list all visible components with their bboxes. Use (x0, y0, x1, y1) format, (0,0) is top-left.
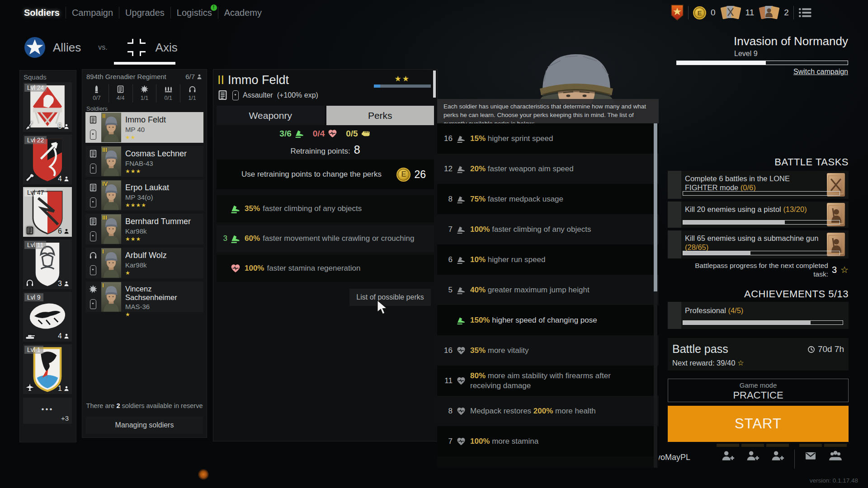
nav-logistics[interactable]: Logistics (171, 8, 218, 18)
overlay-scrollbar-thumb[interactable] (654, 123, 657, 291)
slot-grenadier[interactable]: 1/1 (132, 84, 156, 103)
headphones-icon (188, 85, 197, 94)
nav-soldiers[interactable]: Soldiers (18, 8, 66, 18)
perk-option[interactable]: 8Medpack restores 200% more health (437, 396, 659, 426)
soldier-orders-icon[interactable] (759, 5, 779, 21)
slot-rifleman[interactable]: 0/7 (85, 84, 108, 103)
soldier-row-2[interactable]: III Cosmas Lechner FNAB-43 ★★★ (85, 146, 203, 177)
soldier-stars: ★★★★ (125, 202, 169, 208)
class-slots: 0/7 4/4 1/1 0/1 1/1 (85, 84, 204, 103)
slot-radio[interactable]: 1/1 (180, 84, 204, 103)
campaign-title: Invasion of Normandy (676, 34, 848, 48)
battle-task-1[interactable]: Complete 6 battles in the LONE FIGHTER m… (668, 171, 849, 199)
nav-upgrades[interactable]: Upgrades (119, 8, 170, 18)
gold-coin-icon[interactable]: E (693, 6, 706, 19)
boot-icon (456, 285, 466, 295)
squad-tile-6[interactable]: Lvl 1 1 (23, 344, 72, 394)
add-friend-button-2[interactable] (741, 450, 765, 462)
perk-option[interactable]: 540% greater maximum jump height (437, 275, 659, 305)
squad-tile-5[interactable]: Lvl 9 4 (23, 292, 72, 342)
tab-weaponry[interactable]: Weaponry (217, 106, 325, 125)
squad-soldier-count: 6 (58, 227, 62, 235)
squad-tile-3-selected[interactable]: Lvl 47 6 (23, 187, 72, 237)
person-icon (63, 333, 70, 339)
perk-option[interactable]: 7100% more stamina (437, 426, 659, 456)
squad-tile-4[interactable]: Lvl 11 3 (23, 239, 72, 289)
squads-header: Squads (20, 70, 76, 83)
person-icon (196, 74, 203, 80)
game-mode-selector[interactable]: Game mode PRACTICE (668, 379, 849, 402)
overlay-scrollbar[interactable] (654, 123, 657, 468)
notification-badge-icon (211, 5, 217, 11)
slot-gunner[interactable]: 0/1 (156, 84, 180, 103)
battlepass-shield-icon[interactable] (671, 5, 684, 21)
battlepass-note-value: 3 (832, 265, 837, 275)
start-button[interactable]: START (668, 406, 849, 442)
soldier-row-6[interactable]: I Vincenz Sachsenheimer MAS-36 ★ (85, 282, 203, 312)
managing-soldiers-button[interactable]: Managing soldiers (86, 417, 203, 434)
battle-pass-time: 70d 7h (807, 344, 844, 354)
rank-badge-icon (90, 265, 96, 275)
list-of-possible-perks-button[interactable]: List of possible perks (349, 289, 431, 306)
heart-icon (456, 406, 466, 416)
person-icon (63, 385, 70, 392)
battle-pass-panel[interactable]: Battle pass 70d 7h Next reward: 39/40 ☆ (668, 338, 849, 371)
perk-tooltip: Each soldier has unique characteristics … (437, 99, 659, 123)
exp-progress-bar (374, 84, 431, 88)
faction-allies-label[interactable]: Allies (53, 41, 81, 55)
rank-badge-icon (90, 130, 96, 140)
tab-perks[interactable]: Perks (326, 106, 434, 125)
faction-axis-label[interactable]: Axis (156, 41, 178, 55)
battle-task-3[interactable]: Kill 65 enemies using a submachine gun (… (668, 230, 849, 258)
bullets-icon (164, 85, 173, 94)
more-squads-tile[interactable]: ••• +3 (23, 398, 72, 424)
perk-option[interactable]: 7100% faster climbing of any objects (437, 214, 659, 244)
soldier-row-5[interactable]: I Arbulf Wolz Kar98k ★ (85, 248, 203, 278)
blast-icon (140, 85, 149, 94)
mobility-points: 3/6 (279, 129, 291, 139)
soldier-row-3[interactable]: IV Erpo Laukat MP 34(o) ★★★★ (85, 180, 203, 211)
perk-option[interactable]: 610% higher run speed (437, 244, 659, 275)
perk-option[interactable]: 875% faster medpack usage (437, 184, 659, 214)
social-group-button[interactable] (823, 450, 848, 462)
clipboard-icon (89, 217, 98, 226)
person-icon (63, 176, 70, 182)
achievement-strip (668, 302, 681, 329)
soldier-row-4[interactable]: III Bernhard Tummer Kar98k ★★★ (85, 214, 203, 244)
weapon-orders-icon[interactable] (720, 5, 741, 21)
nav-campaign[interactable]: Campaign (66, 8, 119, 18)
detail-scrollbar-thumb[interactable] (433, 70, 436, 98)
top-nav: Soldiers Campaign Upgrades Logistics Aca… (18, 5, 268, 20)
perk-option[interactable]: 1220% faster weapon aim speed (437, 154, 659, 184)
current-perk-row[interactable]: 100% faster stamina regeneration (217, 255, 434, 282)
switch-campaign-link[interactable]: Switch campaign (793, 68, 848, 76)
perk-option[interactable]: 1635% more vitality (437, 335, 659, 366)
nav-academy[interactable]: Academy (218, 8, 268, 18)
add-friend-button-1[interactable] (716, 450, 740, 462)
retrain-button[interactable]: Use retraining points to change the perk… (217, 160, 434, 189)
menu-list-icon[interactable] (798, 7, 812, 18)
messages-button[interactable] (798, 450, 823, 462)
person-icon (63, 228, 70, 235)
battle-task-2[interactable]: Kill 20 enemies using a pistol (13/20) (668, 202, 849, 228)
squad-level: Lvl 9 (24, 293, 43, 301)
slot-assaulter[interactable]: 4/4 (108, 84, 132, 103)
axis-cross-icon[interactable] (125, 36, 148, 59)
current-perk-row[interactable]: 35% faster climbing of any objects (217, 195, 434, 222)
soldier-detail-panel: IIImmo Feldt ★★ Assaulter (+100% exp) We… (213, 69, 438, 441)
soldier-stars: ★ (125, 270, 167, 276)
perk-option-learned[interactable]: 150% higher speed of changing pose (437, 305, 659, 335)
perk-option[interactable]: 1615% higher sprint speed (437, 123, 659, 154)
squad-tile-2[interactable]: Lvl 22 4 (23, 135, 72, 184)
add-friend-button-3[interactable] (765, 450, 790, 462)
squad-tile-1[interactable]: Lvl 24 5 (23, 82, 72, 132)
current-perk-row[interactable]: 3 60% faster movement while crawling or … (217, 225, 434, 252)
orange-glow-dot (198, 469, 209, 480)
squad-level: Lvl 1 (24, 346, 43, 354)
achievement-professional[interactable]: Professional (4/5) (668, 302, 849, 329)
allies-roundel-icon[interactable] (24, 37, 46, 58)
soldier-row-1[interactable]: II Immo Feldt MP 40 ★★ (85, 112, 203, 143)
clipboard-icon (89, 149, 98, 158)
perk-option[interactable]: 1180% more aim stability with firearms a… (437, 366, 659, 396)
tank-icon (25, 332, 35, 340)
